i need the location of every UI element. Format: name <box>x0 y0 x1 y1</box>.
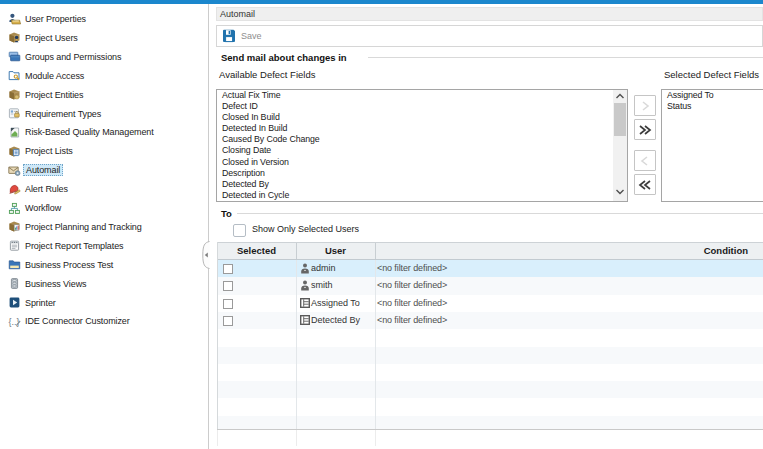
svg-text:{..}: {..} <box>9 316 20 326</box>
